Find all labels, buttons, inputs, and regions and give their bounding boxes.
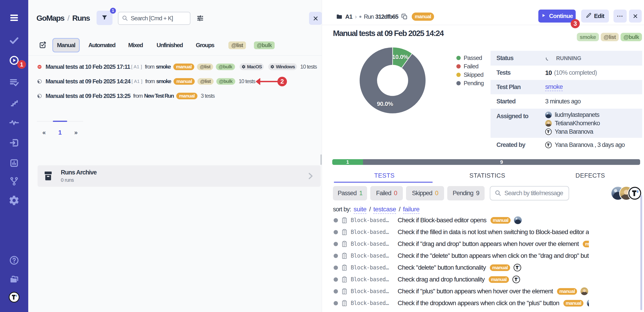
runs-search-input[interactable] <box>131 15 187 22</box>
sidebar-item-check[interactable] <box>9 35 19 46</box>
test-tag-manual[interactable]: manual <box>564 300 584 306</box>
bulk-edit-icon[interactable] <box>39 40 47 50</box>
sidebar-item-gear[interactable] <box>9 195 20 206</box>
panel-close-button[interactable] <box>309 12 322 25</box>
sidebar-item-bar-chart[interactable] <box>9 158 19 168</box>
filter-chip-pending[interactable]: Pending9 <box>447 186 484 200</box>
tab-defects[interactable]: DEFECTS <box>539 168 642 183</box>
test-suite[interactable]: Block-based… <box>351 217 390 224</box>
test-tag-manual[interactable]: manual <box>490 264 510 271</box>
test-row[interactable]: Block-based…Check "delete" button functi… <box>322 262 589 274</box>
pagination-next[interactable]: » <box>74 129 78 136</box>
filter-chip-failed[interactable]: Failed0 <box>370 186 403 200</box>
test-row[interactable]: Block-based…Check drag and drop function… <box>322 274 589 285</box>
test-suite[interactable]: Block-based… <box>351 288 390 294</box>
test-title[interactable]: Check if the filled in data is not lost … <box>398 228 589 236</box>
runs-search[interactable] <box>118 12 190 25</box>
breadcrumb-section[interactable]: Runs <box>72 14 90 22</box>
tab-mixed[interactable]: Mixed <box>128 42 143 49</box>
tab-tests[interactable]: TESTS <box>333 168 436 183</box>
test-suite[interactable]: Block-based… <box>351 276 390 282</box>
sidebar-item-folders[interactable] <box>9 274 19 285</box>
filter-chip-passed[interactable]: Passed1 <box>333 186 367 200</box>
sidebar-item-stairs[interactable] <box>9 98 19 108</box>
test-row[interactable]: Block-based…Check if "plus" button appea… <box>322 285 589 297</box>
test-suite[interactable]: Block-based… <box>351 241 390 247</box>
detail-tag-smoke[interactable]: smoke <box>577 33 599 41</box>
test-tag-manual[interactable]: manual <box>583 241 589 247</box>
test-title[interactable]: Check drag and drop functionality <box>398 276 484 283</box>
run-row-source[interactable]: New Test Run <box>144 93 174 99</box>
edit-button[interactable]: Edit <box>581 10 609 22</box>
runs-archive-card[interactable]: Runs Archive 0 runs <box>38 165 321 187</box>
tests-search[interactable] <box>490 186 569 200</box>
tests-search-input[interactable] <box>504 190 564 197</box>
detail-tag-list[interactable]: @list <box>601 33 619 41</box>
run-row[interactable]: Manual tests at 10 Feb 2025 17:11[ A1 ]f… <box>28 60 322 74</box>
test-title[interactable]: Check "delete" button functionality <box>398 264 486 271</box>
pagination-prev[interactable]: « <box>42 129 46 136</box>
run-tag-manual[interactable]: manual <box>174 78 194 85</box>
left-scrollbar-thumb[interactable] <box>320 154 322 165</box>
test-title[interactable]: Check if "plus" button appears when hove… <box>398 288 553 295</box>
test-row[interactable]: Block-based…Check if the "delete" button… <box>322 250 589 262</box>
test-row[interactable]: Block-based…Check if Block-based editor … <box>322 214 589 226</box>
test-suite[interactable]: Block-based… <box>351 300 390 306</box>
run-tag-bulk[interactable]: @bulk <box>216 64 235 70</box>
tab-groups[interactable]: Groups <box>196 42 214 49</box>
test-suite[interactable]: Block-based… <box>351 264 390 271</box>
sidebar-item-avatar-logo[interactable] <box>9 292 20 303</box>
tab-statistics[interactable]: STATISTICS <box>436 168 539 183</box>
sort-by-failure[interactable]: failure <box>403 206 420 214</box>
run-breadcrumb-folder[interactable]: A1 <box>345 13 352 20</box>
tab-unfinished[interactable]: Unfinished <box>157 42 183 49</box>
run-row-title[interactable]: Manual tests at 10 Feb 2025 17:11 <box>46 63 130 70</box>
sidebar-item-enter[interactable] <box>9 138 19 148</box>
test-title[interactable]: Check if "drag and drop" button appears … <box>398 240 579 248</box>
test-tag-manual[interactable]: manual <box>489 276 509 283</box>
right-scrollbar-thumb[interactable] <box>640 195 642 310</box>
pagination-page-1[interactable]: 1 <box>58 129 62 136</box>
run-row-title[interactable]: Manual tests at 09 Feb 2025 14:24 <box>46 78 130 85</box>
run-tag-list[interactable]: @list <box>198 78 214 85</box>
test-tag-manual[interactable]: manual <box>557 288 577 295</box>
test-plan-link[interactable]: smoke <box>545 83 563 91</box>
run-tag-manual[interactable]: manual <box>173 64 194 70</box>
env-tag-windows[interactable]: Windows <box>268 63 297 70</box>
test-suite[interactable]: Block-based… <box>351 252 390 259</box>
tab-automated[interactable]: Automated <box>88 42 115 49</box>
test-row[interactable]: Block-based…Check if the filled in data … <box>322 226 589 238</box>
continue-button[interactable]: Continue <box>538 10 576 22</box>
detail-tag-bulk[interactable]: @bulk <box>620 33 642 41</box>
tag-filter-list[interactable]: @list <box>228 42 246 49</box>
run-row[interactable]: Manual tests at 09 Feb 2025 13:25fromNew… <box>28 88 322 103</box>
test-title[interactable]: Check if Block-based editor opens <box>398 216 486 224</box>
test-row[interactable]: Block-based…Check if "drag and drop" but… <box>322 238 589 250</box>
sidebar-item-git-branch[interactable] <box>9 176 19 186</box>
run-row-source[interactable]: smoke <box>156 78 171 84</box>
run-row-source[interactable]: smoke <box>156 64 170 70</box>
test-title[interactable]: Check if the "delete" button appears whe… <box>398 252 589 260</box>
run-tag-manual[interactable]: manual <box>176 93 197 99</box>
test-tag-manual[interactable]: manual <box>490 217 510 224</box>
run-row-title[interactable]: Manual tests at 09 Feb 2025 13:25 <box>46 92 130 100</box>
sidebar-item-list-check[interactable] <box>9 77 20 88</box>
breadcrumb-project[interactable]: GoMaps <box>36 14 64 22</box>
copy-icon[interactable] <box>401 13 408 20</box>
run-tag-bulk[interactable]: @bulk <box>216 78 235 85</box>
env-tag-macos[interactable]: MacOS <box>240 63 264 70</box>
sidebar-item-menu[interactable] <box>9 13 19 23</box>
test-row[interactable]: Block-based…Check if the dropdown appear… <box>322 297 589 309</box>
tag-filter-bulk[interactable]: @bulk <box>254 42 275 49</box>
more-button[interactable]: ... <box>614 10 627 22</box>
sidebar-item-pulse[interactable] <box>9 117 20 128</box>
detail-close-button[interactable] <box>629 10 642 22</box>
sort-by-suite[interactable]: suite <box>354 206 366 214</box>
filter-button[interactable] <box>96 11 112 25</box>
test-title[interactable]: Check if the dropdown appears when click… <box>398 300 559 307</box>
test-suite[interactable]: Block-based… <box>351 229 390 235</box>
sort-by-testcase[interactable]: testcase <box>373 206 396 214</box>
avatar[interactable] <box>628 186 642 200</box>
run-tag-list[interactable]: @list <box>197 64 213 70</box>
tab-manual[interactable]: Manual <box>52 38 80 52</box>
